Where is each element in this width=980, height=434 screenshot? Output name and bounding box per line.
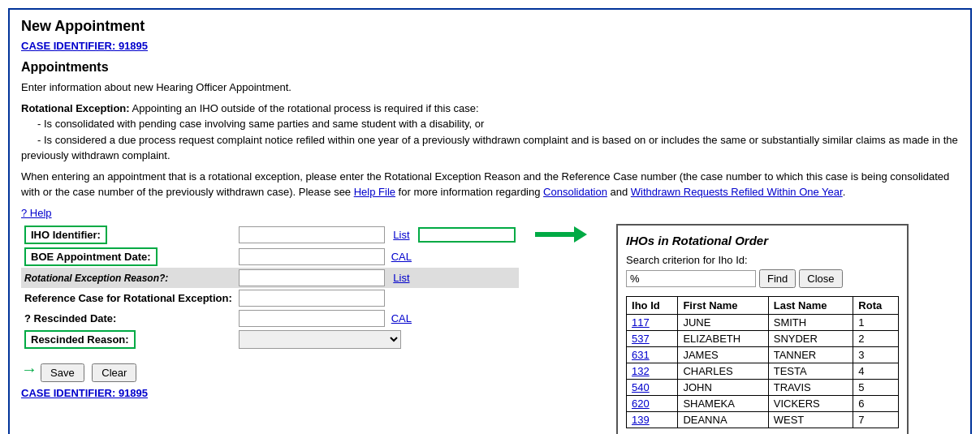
rotational-list-link[interactable]: List	[393, 272, 409, 284]
iho-panel-title: IHOs in Rotational Order	[626, 234, 899, 247]
reference-case-row: Reference Case for Rotational Exception:	[21, 288, 519, 308]
rotational-reason-input-cell	[235, 268, 388, 288]
rescinded-reason-label-cell: Rescinded Reason:	[21, 329, 235, 350]
iho-table-header: Iho Id First Name Last Name Rota	[627, 296, 899, 314]
iho-search-label: Search criterion for Iho Id:	[626, 254, 899, 266]
iho-rota-cell: 6	[853, 395, 899, 411]
iho-col-firstname: First Name	[678, 296, 768, 314]
iho-list-link[interactable]: List	[393, 229, 409, 241]
rescinded-reason-label: Rescinded Reason:	[24, 330, 136, 349]
iho-identifier-label: IHO Identifier:	[24, 226, 107, 244]
help-file-link[interactable]: Help File	[354, 186, 395, 198]
reference-case-input[interactable]	[239, 290, 385, 307]
form-table: IHO Identifier: List	[21, 224, 519, 350]
iho-id-link[interactable]: 117	[632, 316, 650, 329]
boe-appointment-label: BOE Appointment Date:	[24, 247, 158, 266]
boe-appointment-label-cell: BOE Appointment Date:	[21, 246, 235, 268]
iho-id-link[interactable]: 540	[632, 381, 650, 393]
rotational-exception-label: Rotational Exception:	[21, 102, 130, 114]
iho-id-link[interactable]: 139	[632, 414, 650, 426]
iho-find-button[interactable]: Find	[759, 269, 796, 288]
reference-case-label-cell: Reference Case for Rotational Exception:	[21, 288, 235, 308]
rescinded-reason-row: Rescinded Reason:	[21, 329, 519, 350]
reference-extra-cell	[388, 288, 415, 308]
rescinded-reason-input-cell	[235, 329, 519, 350]
iho-id-link[interactable]: 537	[632, 333, 650, 345]
right-arrow-wrapper	[535, 232, 600, 237]
iho-table-row: 537 ELIZABETH SNYDER 2	[627, 330, 899, 346]
iho-identifier-extra-input[interactable]	[418, 227, 516, 243]
iho-id-cell: 139	[627, 411, 678, 428]
case-link-bottom-container: CASE IDENTIFIER: 91895	[21, 387, 519, 399]
main-content: IHO Identifier: List	[21, 224, 959, 435]
intro-text: Enter information about new Hearing Offi…	[21, 79, 959, 96]
iho-firstname-cell: CHARLES	[678, 363, 768, 379]
section-title: Appointments	[21, 60, 959, 75]
iho-firstname-cell: JUNE	[678, 314, 768, 330]
help-link[interactable]: ? Help	[21, 207, 52, 219]
iho-close-button[interactable]: Close	[799, 269, 842, 288]
help-section: ? Help	[21, 207, 959, 219]
boe-appointment-input[interactable]	[239, 248, 385, 265]
iho-rota-cell: 4	[853, 363, 899, 379]
iho-lastname-cell: TRAVIS	[768, 379, 853, 395]
iho-lastname-cell: SMITH	[768, 314, 853, 330]
iho-identifier-arrow-cell	[415, 224, 519, 246]
reference-case-input-cell	[235, 288, 388, 308]
iho-identifier-input[interactable]	[239, 226, 385, 243]
arrow-head	[574, 226, 587, 243]
iho-lastname-cell: TESTA	[768, 363, 853, 379]
iho-firstname-cell: JOHN	[678, 379, 768, 395]
iho-id-link[interactable]: 631	[632, 349, 650, 361]
consolidation-link[interactable]: Consolidation	[543, 186, 607, 198]
boe-cal-link[interactable]: CAL	[391, 251, 412, 263]
iho-search-row: Find Close	[626, 269, 899, 288]
rescinded-extra-cell	[415, 308, 519, 329]
rescinded-date-input-cell	[235, 308, 388, 329]
case-identifier-link-bottom[interactable]: CASE IDENTIFIER: 91895	[21, 387, 148, 399]
mid-text: for more information regarding	[395, 186, 543, 198]
boe-cal-link-cell: CAL	[388, 246, 415, 268]
rescinded-date-input[interactable]	[239, 310, 385, 327]
iho-firstname-cell: ELIZABETH	[678, 330, 768, 346]
rotational-list-link-cell: List	[388, 268, 415, 288]
boe-appointment-input-cell	[235, 246, 388, 268]
iho-panel: IHOs in Rotational Order Search criterio…	[616, 224, 909, 435]
left-arrow-icon: →	[21, 360, 37, 379]
iho-table-row: 631 JAMES TANNER 3	[627, 346, 899, 363]
clear-button[interactable]: Clear	[92, 363, 136, 382]
form-actions-row: → Save Clear	[21, 357, 519, 382]
iho-rota-cell: 7	[853, 411, 899, 428]
iho-table-header-row: Iho Id First Name Last Name Rota	[627, 296, 899, 314]
iho-id-link[interactable]: 620	[632, 397, 650, 410]
iho-rota-cell: 1	[853, 314, 899, 330]
withdrawn-link[interactable]: Withdrawn Requests Refiled Within One Ye…	[631, 186, 843, 198]
when-text-block: When entering an appointment that is a r…	[21, 169, 959, 200]
rescinded-date-label-cell: ? Rescinded Date:	[21, 308, 235, 329]
main-container: New Appointment CASE IDENTIFIER: 91895 A…	[8, 8, 972, 434]
iho-lastname-cell: WEST	[768, 411, 853, 428]
iho-id-link[interactable]: 132	[632, 365, 650, 377]
end-text: .	[843, 186, 846, 198]
iho-col-rota: Rota	[853, 296, 899, 314]
iho-identifier-input-cell	[235, 224, 388, 246]
rotational-extra-cell	[415, 268, 519, 288]
iho-col-lastname: Last Name	[768, 296, 853, 314]
iho-id-cell: 117	[627, 314, 678, 330]
rotational-reason-input[interactable]	[239, 269, 385, 286]
rescinded-reason-select[interactable]	[239, 330, 401, 349]
arrow-shaft	[535, 232, 576, 237]
iho-id-cell: 631	[627, 346, 678, 363]
bullet2: - Is considered a due process request co…	[21, 134, 958, 162]
and-text: and	[607, 186, 631, 198]
rescinded-cal-link-cell: CAL	[388, 308, 415, 329]
rescinded-cal-link[interactable]: CAL	[391, 312, 412, 324]
iho-identifier-label-cell: IHO Identifier:	[21, 224, 235, 246]
save-button[interactable]: Save	[41, 363, 84, 382]
reference-extra2-cell	[415, 288, 519, 308]
case-identifier-link-top[interactable]: CASE IDENTIFIER: 91895	[21, 40, 148, 52]
iho-table-row: 117 JUNE SMITH 1	[627, 314, 899, 330]
iho-search-input[interactable]	[626, 270, 756, 287]
rotational-reason-label-cell: Rotational Exception Reason?:	[21, 268, 235, 288]
iho-col-id: Iho Id	[627, 296, 678, 314]
